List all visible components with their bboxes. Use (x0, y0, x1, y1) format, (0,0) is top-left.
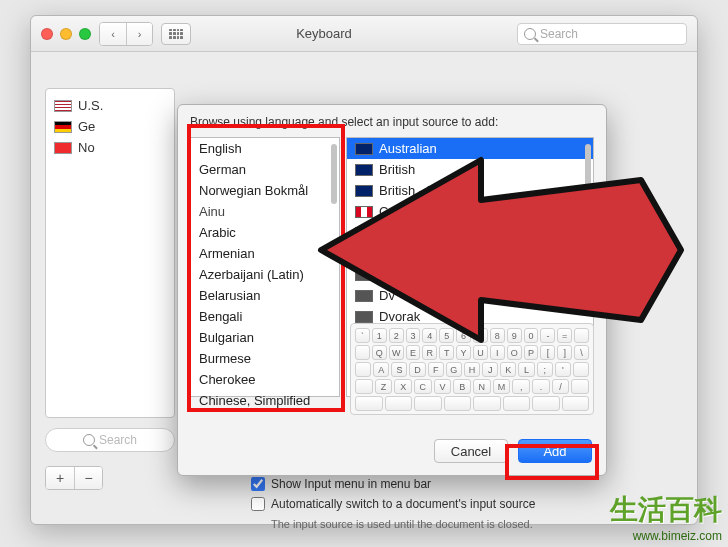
scrollbar[interactable] (331, 144, 337, 204)
options: Show Input menu in menu bar Automaticall… (251, 474, 535, 534)
language-list[interactable]: English German Norwegian Bokmål Ainu Ara… (190, 137, 340, 397)
list-item[interactable]: Colemak (347, 222, 593, 243)
window-title: Keyboard (139, 26, 509, 41)
titlebar: ‹ › Keyboard Search (31, 16, 697, 52)
flag-icon (54, 142, 72, 154)
watermark: 生活百科 www.bimeiz.com (610, 491, 722, 543)
list-item[interactable]: Cherokee (191, 369, 339, 390)
flag-icon (355, 311, 373, 323)
remove-source-button[interactable]: − (74, 467, 102, 489)
list-item: No (46, 137, 174, 158)
flag-icon (355, 248, 373, 260)
flag-icon (355, 269, 373, 281)
list-item[interactable]: British (347, 159, 593, 180)
list-item[interactable]: Burmese (191, 348, 339, 369)
minimize-icon[interactable] (60, 28, 72, 40)
list-item[interactable]: Ainu (191, 201, 339, 222)
list-item[interactable]: Azerbaijani (Latin) (191, 264, 339, 285)
toolbar-search[interactable]: Search (517, 23, 687, 45)
list-item[interactable]: Norwegian Bokmål (191, 180, 339, 201)
list-item[interactable]: Bulgarian (191, 327, 339, 348)
list-item[interactable]: Dv (347, 285, 593, 306)
flag-icon (54, 121, 72, 133)
source-search[interactable]: Search (45, 428, 175, 452)
list-item: U.S. (46, 95, 174, 116)
flag-icon (355, 185, 373, 197)
auto-switch-checkbox[interactable]: Automatically switch to a document's inp… (251, 494, 535, 514)
add-button[interactable]: Add (518, 439, 592, 463)
search-icon (524, 28, 536, 40)
list-item[interactable]: Chinese, Simplified (191, 390, 339, 411)
flag-icon (355, 227, 373, 239)
flag-icon (355, 164, 373, 176)
list-item[interactable]: English (191, 138, 339, 159)
add-source-sheet: Browse using language and select an inpu… (177, 104, 607, 476)
scrollbar[interactable] (585, 144, 591, 192)
list-item[interactable]: Armenian (191, 243, 339, 264)
sheet-buttons: Cancel Add (434, 439, 592, 463)
list-item[interactable]: Australian (347, 138, 593, 159)
flag-icon (355, 143, 373, 155)
list-item[interactable]: Belarusian (191, 285, 339, 306)
list-item: Ge (46, 116, 174, 137)
zoom-icon[interactable] (79, 28, 91, 40)
list-item[interactable]: Arabic (191, 222, 339, 243)
search-icon (83, 434, 95, 446)
search-placeholder: Search (540, 27, 578, 41)
input-sources-list[interactable]: U.S. Ge No (45, 88, 175, 418)
add-source-button[interactable]: + (46, 467, 74, 489)
flag-icon (355, 290, 373, 302)
list-item[interactable]: Canadian English (347, 201, 593, 222)
hint-text: The input source is used until the docum… (271, 514, 535, 534)
flag-icon (355, 206, 373, 218)
traffic-lights (41, 28, 91, 40)
window-body: U.S. Ge No Search + − Show Input menu in… (31, 52, 697, 524)
keyboard-preview: `1234567890-= QWERTYUIOP[]\ ASDFGHJKL;' … (350, 323, 594, 415)
list-item[interactable]: British - PC (347, 180, 593, 201)
close-icon[interactable] (41, 28, 53, 40)
cancel-button[interactable]: Cancel (434, 439, 508, 463)
back-button[interactable]: ‹ (100, 23, 126, 45)
add-remove-buttons: + − (45, 466, 103, 490)
flag-icon (54, 100, 72, 112)
sheet-title: Browse using language and select an inpu… (190, 115, 594, 129)
list-item[interactable]: Dv (347, 264, 593, 285)
show-menu-checkbox[interactable]: Show Input menu in menu bar (251, 474, 535, 494)
list-item[interactable]: German (191, 159, 339, 180)
list-item[interactable]: Dv (347, 243, 593, 264)
list-item[interactable]: Bengali (191, 306, 339, 327)
preferences-window: ‹ › Keyboard Search U.S. Ge No Search + … (30, 15, 698, 525)
